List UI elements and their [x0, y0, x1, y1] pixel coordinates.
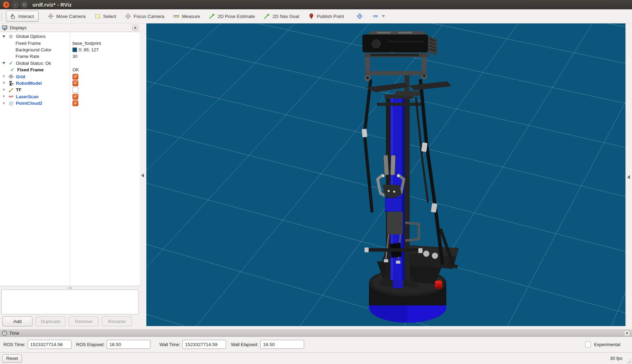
- time-fields-row: ROS Time: ROS Elapsed: Wall Time: Wall E…: [0, 337, 632, 352]
- expander-open-icon[interactable]: [2, 35, 6, 38]
- window-maximize-button[interactable]: [21, 1, 28, 8]
- duplicate-display-button[interactable]: Duplicate: [36, 316, 66, 326]
- row-label: Background Color: [16, 47, 51, 52]
- rename-display-button[interactable]: Rename: [102, 316, 132, 326]
- row-label: Fixed Frame: [17, 67, 44, 72]
- ros-elapsed-input[interactable]: [107, 340, 150, 349]
- row-label: LaserScan: [16, 94, 39, 99]
- display-help-area: [1, 290, 138, 314]
- tree-row-frame-rate[interactable]: Frame Rate 30: [0, 53, 140, 60]
- tree-row-tf[interactable]: TF: [0, 87, 140, 93]
- ros-time-input[interactable]: [28, 340, 71, 349]
- focus-camera-icon: [125, 13, 131, 19]
- row-label: Global Options: [16, 34, 46, 39]
- experimental-label: Experimental: [594, 342, 620, 347]
- tool-publish-point-label: Publish Point: [317, 14, 344, 19]
- tool-2d-nav-goal[interactable]: 2D Nav Goal: [264, 13, 299, 19]
- experimental-checkbox[interactable]: [585, 342, 591, 347]
- time-panel-close-icon[interactable]: ✕: [624, 331, 630, 336]
- tool-measure[interactable]: Measure: [173, 13, 200, 19]
- tree-row-grid[interactable]: Grid ✓: [0, 73, 140, 80]
- ros-time-label: ROS Time:: [3, 342, 26, 347]
- laserscan-checkbox[interactable]: ✓: [72, 94, 78, 100]
- row-label: RobotModel: [16, 81, 42, 86]
- pose-estimate-arrow-icon: [209, 13, 215, 19]
- row-label: Grid: [16, 74, 25, 79]
- remove-display-button[interactable]: Remove: [69, 316, 99, 326]
- displays-button-row: Add Duplicate Remove Rename: [0, 316, 140, 326]
- tree-row-global-options[interactable]: ⚙ Global Options: [0, 33, 140, 40]
- expander-open-icon[interactable]: [2, 61, 6, 65]
- left-panel-collapse-handle[interactable]: [141, 173, 144, 178]
- tree-row-pointcloud2[interactable]: PointCloud2 ✓: [0, 100, 140, 107]
- tool-publish-point[interactable]: Publish Point: [308, 13, 344, 19]
- interact-hand-icon: [10, 13, 16, 19]
- measure-ruler-icon: [173, 13, 179, 19]
- time-panel-header[interactable]: Time ✕: [0, 330, 632, 337]
- ros-elapsed-label: ROS Elapsed:: [76, 342, 105, 347]
- remove-tool-button[interactable]: [372, 13, 385, 19]
- tree-row-fixed-frame[interactable]: Fixed Frame base_footprint: [0, 40, 140, 46]
- tree-row-laserscan[interactable]: LaserScan ✓: [0, 93, 140, 100]
- tree-row-global-status[interactable]: ✓ Global Status: Ok: [0, 60, 140, 67]
- plus-icon: [357, 13, 363, 19]
- displays-panel: Displays ✕ ⚙ Global Options Fixed Frame …: [0, 23, 140, 326]
- wall-time-input[interactable]: [182, 340, 226, 349]
- displays-panel-header[interactable]: Displays ✕: [0, 23, 140, 32]
- right-panel-collapse-handle[interactable]: [627, 175, 630, 179]
- tool-move-camera[interactable]: Move Camera: [48, 13, 86, 19]
- tree-row-robotmodel[interactable]: RobotModel ✓: [0, 80, 140, 87]
- tool-select-label: Select: [103, 14, 116, 19]
- right-panel-strip: [625, 23, 632, 326]
- tool-focus-camera[interactable]: Focus Camera: [125, 13, 164, 19]
- tool-2d-pose-estimate[interactable]: 2D Pose Estimate: [209, 13, 255, 19]
- expander-closed-icon[interactable]: [2, 75, 6, 78]
- tf-checkbox[interactable]: [72, 87, 78, 93]
- status-ok-check-icon: ✓: [8, 60, 14, 66]
- wall-elapsed-label: Wall Elapsed:: [231, 342, 258, 347]
- wall-elapsed-input[interactable]: [260, 340, 304, 349]
- status-ok-check-icon: ✓: [9, 67, 15, 73]
- expander-closed-icon[interactable]: [2, 88, 6, 92]
- resize-grip[interactable]: [628, 360, 631, 363]
- pointcloud2-checkbox[interactable]: ✓: [72, 100, 78, 106]
- fps-indicator: 30 fps: [610, 356, 622, 361]
- window-close-button[interactable]: ✕: [3, 1, 10, 8]
- tool-interact[interactable]: Interact: [6, 11, 39, 22]
- add-tool-button[interactable]: [357, 13, 363, 19]
- expander-closed-icon[interactable]: [2, 102, 6, 105]
- window-title: urdf.rviz* - RViz: [32, 2, 72, 8]
- row-label: PointCloud2: [16, 101, 42, 106]
- row-label: Global Status: Ok: [16, 61, 51, 66]
- window-minimize-button[interactable]: –: [12, 1, 19, 8]
- tool-move-camera-label: Move Camera: [56, 14, 86, 19]
- publish-point-pin-icon: [308, 13, 314, 19]
- tool-interact-label: Interact: [18, 14, 34, 19]
- nav-goal-arrow-icon: [264, 13, 270, 19]
- time-panel: Time ✕ ROS Time: ROS Elapsed: Wall Time:…: [0, 330, 632, 352]
- grid-display-icon: [8, 74, 14, 80]
- row-label: Fixed Frame: [16, 41, 41, 46]
- expander-closed-icon[interactable]: [2, 95, 6, 98]
- displays-monitor-icon: [2, 25, 8, 30]
- grid-checkbox[interactable]: ✓: [72, 74, 78, 80]
- viewport-3d[interactable]: [146, 23, 625, 326]
- chevron-down-icon: [382, 15, 385, 18]
- toolbar: Interact Move Camera Select Focus Camera…: [0, 9, 632, 23]
- status-bar: Reset 30 fps: [0, 352, 632, 364]
- background-color-value[interactable]: 0; 85; 127: [70, 47, 99, 52]
- panel-splitter[interactable]: [0, 286, 140, 290]
- tree-row-background-color[interactable]: Background Color 0; 85; 127: [0, 47, 140, 53]
- tool-select[interactable]: Select: [95, 13, 116, 19]
- tree-row-fixed-frame-status[interactable]: ✓ Fixed Frame OK: [0, 67, 140, 73]
- displays-tree: ⚙ Global Options Fixed Frame base_footpr…: [0, 32, 140, 286]
- robotmodel-checkbox[interactable]: ✓: [72, 80, 78, 86]
- frame-rate-value[interactable]: 30: [70, 54, 77, 59]
- fixed-frame-value[interactable]: base_footprint: [70, 41, 101, 46]
- reset-button[interactable]: Reset: [2, 354, 22, 363]
- toolbar-drag-handle[interactable]: [1, 12, 3, 21]
- displays-close-icon[interactable]: ✕: [132, 25, 138, 30]
- displays-panel-title: Displays: [10, 25, 27, 30]
- expander-closed-icon[interactable]: [2, 81, 6, 85]
- add-display-button[interactable]: Add: [2, 316, 32, 326]
